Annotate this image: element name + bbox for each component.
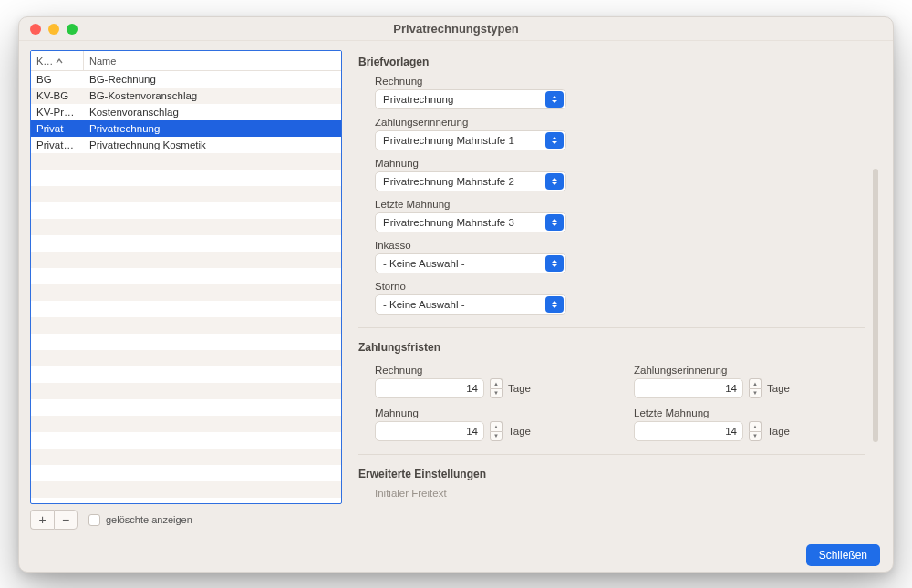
cell-k: BG — [31, 74, 84, 85]
table-row[interactable] — [31, 284, 341, 301]
chevron-up-icon: ▲ — [749, 421, 762, 431]
table-row[interactable]: PrivatPrivatrechnung — [31, 120, 341, 137]
table-row[interactable] — [31, 170, 341, 186]
table-row[interactable]: KV-BGBG-Kostenvoranschlag — [31, 88, 341, 104]
table-row[interactable] — [31, 219, 341, 235]
table-row[interactable] — [31, 202, 341, 219]
tpl-letzte-label: Letzte Mahnung — [375, 199, 865, 210]
dl-letzte-label: Letzte Mahnung — [634, 407, 865, 418]
table-row[interactable]: Privat…Privatrechnung Kosmetik — [31, 137, 341, 153]
cell-k: Privat… — [31, 139, 84, 150]
chevron-up-icon: ▲ — [749, 378, 762, 388]
table-row[interactable] — [31, 481, 341, 498]
dl-mahnung-stepper[interactable]: ▲▼ — [490, 421, 503, 441]
table-row[interactable]: KV-Pr…Kostenvoranschlag — [31, 104, 341, 120]
table-row[interactable]: BGBG-Rechnung — [31, 71, 341, 88]
tpl-letzte-value: Privatrechnung Mahnstufe 3 — [383, 217, 514, 228]
dl-mahnung-input[interactable]: 14 — [375, 421, 484, 441]
tpl-inkasso-label: Inkasso — [375, 240, 865, 251]
chevron-updown-icon — [545, 255, 564, 272]
unit-label: Tage — [767, 383, 790, 394]
close-button[interactable]: Schließen — [806, 544, 880, 566]
dl-erinnerung-input[interactable]: 14 — [634, 378, 743, 398]
cell-name: BG-Rechnung — [84, 74, 341, 85]
window-controls — [19, 24, 78, 35]
tpl-storno-value: - Keine Auswahl - — [383, 299, 465, 310]
dl-letzte-stepper[interactable]: ▲▼ — [749, 421, 762, 441]
cell-k: KV-Pr… — [31, 107, 84, 118]
close-icon[interactable] — [30, 24, 41, 35]
table-row[interactable] — [31, 399, 341, 416]
table-row[interactable] — [31, 432, 341, 449]
tpl-storno-select[interactable]: - Keine Auswahl - — [375, 294, 566, 315]
table-body: BGBG-RechnungKV-BGBG-KostenvoranschlagKV… — [31, 71, 341, 503]
table-toolbar: + − gelöschte anzeigen — [30, 508, 342, 531]
table-row[interactable] — [31, 366, 341, 383]
body: K… Name BGBG-RechnungKV-BGBG-Kostenvoran… — [19, 41, 893, 539]
chevron-updown-icon — [545, 214, 564, 231]
chevron-up-icon: ▲ — [490, 421, 503, 431]
chevron-up-icon: ▲ — [490, 378, 503, 388]
tpl-storno-label: Storno — [375, 281, 865, 292]
chevron-updown-icon — [545, 132, 564, 149]
add-button[interactable]: + — [30, 510, 54, 530]
tpl-rechnung-select[interactable]: Privatrechnung — [375, 89, 566, 109]
remove-button[interactable]: − — [54, 510, 78, 530]
dl-letzte-input[interactable]: 14 — [634, 421, 743, 441]
col-header-name[interactable]: Name — [84, 51, 341, 70]
chevron-updown-icon — [545, 91, 564, 108]
dl-mahnung-label: Mahnung — [375, 407, 606, 418]
tpl-erinnerung-select[interactable]: Privatrechnung Mahnstufe 1 — [375, 130, 566, 150]
table-row[interactable] — [31, 449, 341, 465]
dl-erinnerung-stepper[interactable]: ▲▼ — [749, 378, 762, 398]
tpl-mahnung-label: Mahnung — [375, 158, 865, 169]
table-row[interactable] — [31, 317, 341, 334]
scrollbar[interactable] — [873, 169, 878, 442]
maximize-icon[interactable] — [67, 24, 78, 35]
table-row[interactable] — [31, 416, 341, 432]
table-row[interactable] — [31, 301, 341, 317]
separator — [358, 327, 865, 328]
chevron-down-icon: ▼ — [490, 431, 503, 442]
templates-section: Rechnung Privatrechnung Zahlungserinneru… — [375, 76, 865, 315]
window-title: Privatrechnungstypen — [19, 22, 893, 36]
table-row[interactable] — [31, 252, 341, 268]
tpl-erinnerung-value: Privatrechnung Mahnstufe 1 — [383, 135, 514, 146]
dl-rechnung-input[interactable]: 14 — [375, 378, 484, 398]
show-deleted-label: gelöschte anzeigen — [106, 514, 192, 525]
chevron-down-icon: ▼ — [749, 431, 762, 442]
dl-rechnung-label: Rechnung — [375, 365, 606, 376]
table-row[interactable] — [31, 153, 341, 170]
table-row[interactable] — [31, 498, 341, 503]
chevron-down-icon: ▼ — [490, 388, 503, 399]
deadlines-heading: Zahlungsfristen — [358, 341, 865, 354]
window: Privatrechnungstypen K… Name BGBG-Rechnu… — [18, 16, 894, 573]
initial-freetext-label: Initialer Freitext — [375, 488, 865, 499]
types-table: K… Name BGBG-RechnungKV-BGBG-Kostenvoran… — [30, 50, 342, 504]
sort-asc-icon — [56, 57, 63, 65]
tpl-mahnung-select[interactable]: Privatrechnung Mahnstufe 2 — [375, 171, 566, 191]
table-row[interactable] — [31, 186, 341, 202]
minimize-icon[interactable] — [48, 24, 59, 35]
table-row[interactable] — [31, 334, 341, 350]
footer: Schließen — [19, 539, 893, 572]
tpl-rechnung-label: Rechnung — [375, 76, 865, 87]
cell-name: BG-Kostenvoranschlag — [84, 90, 341, 101]
chevron-updown-icon — [545, 296, 564, 313]
cell-name: Kostenvoranschlag — [84, 107, 341, 118]
table-row[interactable] — [31, 235, 341, 252]
cell-name: Privatrechnung Kosmetik — [84, 139, 341, 150]
cell-k: KV-BG — [31, 90, 84, 101]
table-row[interactable] — [31, 465, 341, 481]
settings-scroll[interactable]: Briefvorlagen Rechnung Privatrechnung Za… — [355, 50, 882, 531]
unit-label: Tage — [508, 383, 531, 394]
show-deleted-checkbox[interactable]: gelöschte anzeigen — [88, 514, 192, 526]
table-row[interactable] — [31, 350, 341, 366]
table-row[interactable] — [31, 383, 341, 399]
tpl-inkasso-select[interactable]: - Keine Auswahl - — [375, 253, 566, 273]
tpl-letzte-select[interactable]: Privatrechnung Mahnstufe 3 — [375, 212, 566, 232]
dl-rechnung-stepper[interactable]: ▲▼ — [490, 378, 503, 398]
col-header-k[interactable]: K… — [31, 51, 84, 70]
cell-name: Privatrechnung — [84, 123, 341, 134]
table-row[interactable] — [31, 268, 341, 284]
